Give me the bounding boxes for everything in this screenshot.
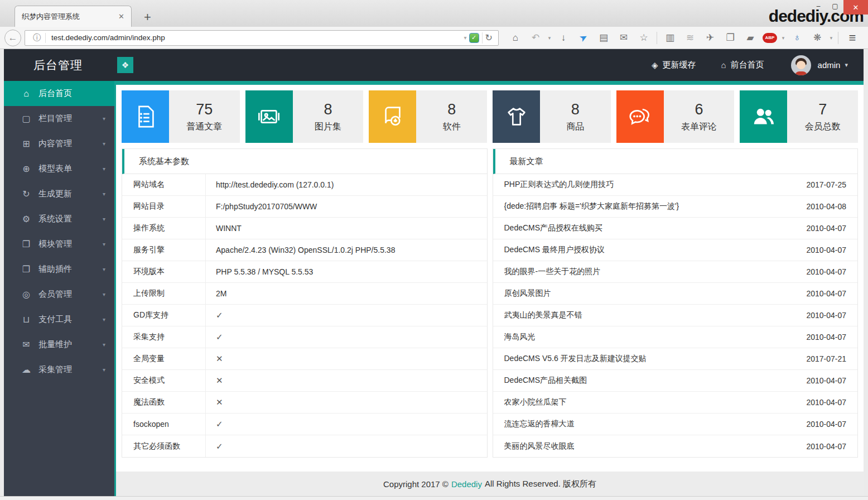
- param-label: 其它必须函数: [122, 435, 206, 457]
- sidebar-item[interactable]: ☁ 采集管理 ▾: [4, 357, 114, 382]
- param-value: http://test.dedediy.com (127.0.0.1): [206, 174, 334, 195]
- accent-strip: [116, 81, 864, 85]
- param-label: 全局变量: [122, 348, 206, 369]
- sidebar-item[interactable]: ❐ 模块管理 ▾: [4, 232, 114, 257]
- extension-icon[interactable]: ❋: [807, 32, 827, 44]
- window-controls: – ▢ ✕: [810, 0, 868, 15]
- window-maximize-button[interactable]: ▢: [827, 0, 843, 12]
- stat-card-comments[interactable]: 6 表单评论: [616, 90, 735, 143]
- new-tab-button[interactable]: +: [138, 10, 157, 25]
- sidebar-toggle-icon[interactable]: ❐: [720, 32, 740, 44]
- article-link[interactable]: DedeCMS V5.6 开发日志及新建议提交贴: [504, 354, 647, 364]
- stat-card-software[interactable]: 8 软件: [369, 90, 487, 143]
- stat-label: 商品: [566, 121, 584, 133]
- window-close-button[interactable]: ✕: [843, 0, 868, 15]
- window-minimize-button[interactable]: –: [810, 0, 827, 12]
- article-link[interactable]: {dede:招聘启事 标题='织梦大家庭新年招募第一波'}: [504, 201, 679, 211]
- article-link[interactable]: DedeCMS产品授权在线购买: [504, 223, 603, 233]
- download-icon[interactable]: ↓: [553, 32, 573, 44]
- list-item: 海岛风光 2010-04-07: [493, 326, 858, 348]
- undo-dropdown-icon[interactable]: ▾: [546, 35, 553, 41]
- apps-button[interactable]: ❖: [117, 57, 133, 73]
- shield-icon[interactable]: ✓: [469, 33, 479, 43]
- table-row: 其它必须函数 ✓: [122, 435, 487, 457]
- toolbar-icons: ⌂ ↶ ▾ ↓ ➤ ▤ ✉ ☆ ▥ ≋ ✈ ❐ ▰ ABP ▾ ♁ ❋ ▾ ≡: [505, 31, 864, 45]
- article-date: 2010-04-07: [806, 398, 846, 407]
- sidebar-item[interactable]: ↻ 生成更新 ▾: [4, 181, 114, 206]
- article-link[interactable]: DedeCMS 最终用户授权协议: [504, 245, 605, 255]
- article-link[interactable]: 流连忘返的香樟大道: [504, 419, 575, 429]
- extension-dropdown-icon[interactable]: ▾: [827, 35, 835, 41]
- sidebar-item[interactable]: ▢ 栏目管理 ▾: [4, 106, 114, 131]
- mail-icon[interactable]: ✉: [614, 32, 634, 44]
- sidebar-item[interactable]: ⌂ 后台首页 ▾: [4, 81, 114, 106]
- sidebar-item[interactable]: ⊞ 内容管理 ▾: [4, 131, 114, 156]
- article-link[interactable]: 武夷山的美景真是不错: [504, 310, 582, 320]
- page-title: 后台管理: [33, 57, 83, 73]
- adblock-dropdown-icon[interactable]: ▾: [779, 35, 787, 41]
- avatar[interactable]: [791, 55, 811, 75]
- globe-icon[interactable]: ♁: [787, 32, 807, 44]
- sidebar-item[interactable]: ✉ 批量维护 ▾: [4, 332, 114, 357]
- article-date: 2010-04-07: [806, 420, 846, 429]
- addressbook-icon[interactable]: ▤: [594, 32, 614, 44]
- article-link[interactable]: 美丽的风景尽收眼底: [504, 441, 575, 451]
- article-link[interactable]: PHP正则表达式的几则使用技巧: [504, 180, 614, 190]
- front-page-label: 前台首页: [731, 60, 764, 70]
- home-icon[interactable]: ⌂: [505, 32, 525, 44]
- folder-icon[interactable]: ▰: [740, 32, 760, 44]
- user-dropdown-icon[interactable]: ▾: [845, 61, 848, 69]
- rss-icon[interactable]: ≋: [680, 32, 700, 44]
- article-link[interactable]: 农家小院丝瓜架下: [504, 397, 567, 407]
- article-link[interactable]: 原创风景图片: [504, 289, 551, 299]
- list-item: 流连忘返的香樟大道 2010-04-07: [493, 414, 858, 435]
- chevron-down-icon: ▾: [103, 216, 105, 222]
- browser-window: 织梦内容管理系统 ✕ + dedediy.com – ▢ ✕ ← ⓘ test.…: [0, 0, 868, 500]
- url-text[interactable]: test.dedediy.com/admin/index.php: [51, 33, 462, 42]
- article-link[interactable]: DedeCMS产品相关截图: [504, 376, 587, 386]
- undo-icon[interactable]: ↶: [525, 32, 546, 44]
- send-icon[interactable]: ✈: [700, 32, 720, 44]
- article-date: 2010-04-08: [806, 202, 846, 211]
- sidebar-item[interactable]: ❐ 辅助插件 ▾: [4, 257, 114, 282]
- sidebar-item[interactable]: ⚙ 系统设置 ▾: [4, 206, 114, 232]
- article-date: 2010-04-07: [806, 289, 846, 298]
- tab-close-icon[interactable]: ✕: [118, 12, 124, 21]
- copyright-suffix: All Rights Reserved. 版权所有: [485, 479, 596, 489]
- reload-icon[interactable]: ↻: [485, 32, 495, 43]
- article-link[interactable]: 我的眼界-一些关于花的照片: [504, 267, 601, 277]
- cloud-icon: ☁: [21, 364, 32, 375]
- param-value: ✕: [206, 392, 223, 413]
- software-download-icon: [369, 90, 416, 143]
- back-button[interactable]: ←: [4, 30, 21, 46]
- browser-tab[interactable]: 织梦内容管理系统 ✕: [15, 6, 132, 27]
- info-icon[interactable]: ⓘ: [28, 33, 46, 43]
- adblock-icon[interactable]: ABP: [763, 33, 777, 43]
- chevron-down-icon: ▾: [103, 342, 105, 348]
- param-label: 魔法函数: [122, 392, 206, 413]
- username[interactable]: admin: [818, 60, 841, 70]
- article-link[interactable]: 海岛风光: [504, 332, 536, 342]
- clipboard-icon[interactable]: ▥: [660, 32, 680, 44]
- stat-card-products[interactable]: 8 商品: [493, 90, 611, 143]
- url-dropdown-icon[interactable]: ▾: [462, 35, 469, 41]
- sidebar-item[interactable]: ◎ 会员管理 ▾: [4, 282, 114, 307]
- table-row: 全局变量 ✕: [122, 348, 487, 370]
- update-cache-button[interactable]: ◈ 更新缓存: [652, 60, 696, 70]
- article-date: 2010-04-07: [806, 311, 846, 320]
- stat-card-members[interactable]: 7 会员总数: [740, 90, 858, 143]
- url-bar[interactable]: ⓘ test.dedediy.com/admin/index.php ▾ ✓ ↻: [25, 30, 499, 46]
- thunderbird-icon[interactable]: ➤: [572, 28, 595, 47]
- stat-card-galleries[interactable]: 8 图片集: [245, 90, 364, 143]
- menu-icon[interactable]: ≡: [841, 31, 864, 45]
- bookmark-star-icon[interactable]: ☆: [634, 32, 654, 44]
- stat-card-articles[interactable]: 75 普通文章: [122, 90, 240, 143]
- main-content: 75 普通文章: [116, 81, 864, 496]
- sidebar-item[interactable]: ⊕ 模型表单 ▾: [4, 156, 114, 181]
- panel-title: 最新文章: [493, 149, 858, 174]
- chevron-down-icon: ▾: [103, 266, 105, 272]
- footer-brand-link[interactable]: Dedediy: [451, 479, 482, 489]
- sidebar-item-label: 支付工具: [38, 314, 72, 325]
- front-page-button[interactable]: ⌂ 前台首页: [721, 60, 764, 70]
- sidebar-item[interactable]: ⊔ 支付工具 ▾: [4, 307, 114, 332]
